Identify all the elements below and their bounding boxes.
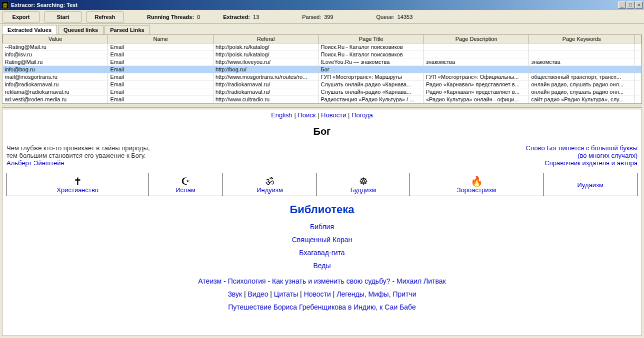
- cell-value: info@isv.ru: [3, 51, 108, 58]
- col-header[interactable]: Page Title: [318, 35, 424, 43]
- library-item-link[interactable]: Священный Коран: [292, 236, 352, 244]
- table-row[interactable]: info@bog.ruEmailhttp://bog.ru/Бог: [3, 66, 642, 73]
- refresh-button[interactable]: Refresh: [86, 11, 124, 22]
- cell-kw: онлайн радио, слушать радио онл...: [529, 88, 634, 96]
- religion-cell[interactable]: ✝Христианство: [7, 173, 148, 196]
- cell-referal: http://www.mosgortrans.ru/routes/ro...: [213, 73, 318, 81]
- link-english[interactable]: English: [271, 111, 292, 119]
- religions-table: ✝Христианство☪ИсламॐИндуизм☸Буддизм🔥Зоро…: [6, 173, 638, 196]
- religion-icon: 🔥: [412, 176, 542, 186]
- table-row[interactable]: info@isv.ruEmailhttp://poisk.ru/katalog/…: [3, 51, 642, 58]
- link-weather[interactable]: Погода: [352, 111, 373, 119]
- scroll-header: [634, 35, 641, 43]
- results-table[interactable]: ValueNameReferalPage TitlePage Descripti…: [2, 35, 642, 103]
- bottom-link[interactable]: Звук: [228, 290, 242, 298]
- link-news[interactable]: Новости: [321, 111, 346, 119]
- cell-value: Rating@Mail.ru: [3, 58, 108, 66]
- bottom-link[interactable]: Легенды, Мифы, Притчи: [336, 290, 416, 298]
- toolbar: Export Start Refresh Running Threads:0 E…: [0, 10, 644, 24]
- religion-icon: ✝: [9, 176, 146, 186]
- col-header[interactable]: Referal: [213, 35, 318, 43]
- preview-pane[interactable]: English | Поиск | Новости | Погода Бог Ч…: [2, 109, 642, 336]
- export-button[interactable]: Export: [2, 11, 40, 22]
- table-row[interactable]: --Rating@Mail.ruEmailhttp://poisk.ru/kat…: [3, 43, 642, 51]
- cell-kw: сайт радио «Радио Культура», слу...: [529, 96, 634, 103]
- religion-cell[interactable]: ☸Буддизм: [317, 173, 410, 196]
- bottom-row-2: Звук | Видео | Цитаты | Новости | Легенд…: [6, 290, 638, 298]
- cell-value: ad.vesti@roden-media.ru: [3, 96, 108, 103]
- cell-referal: http://poisk.ru/katalog/: [213, 51, 318, 58]
- extracted-status: Extracted:13: [223, 14, 259, 20]
- title-bar: @ Extracor: Searching: Test _ □ ×: [0, 0, 644, 10]
- cell-title: Радиостанция «Радио Культура» / ...: [318, 96, 424, 103]
- preview-heading: Бог: [6, 126, 638, 137]
- col-header[interactable]: Page Description: [424, 35, 528, 43]
- link-search[interactable]: Поиск: [298, 111, 316, 119]
- col-header[interactable]: Name: [108, 35, 213, 43]
- library-links: БиблияСвященный КоранБхагавад-гитаВеды: [6, 220, 638, 272]
- col-header[interactable]: Value: [3, 35, 108, 43]
- bottom-link[interactable]: Михаил Литвак: [396, 277, 446, 285]
- quote-right-link1[interactable]: Слово Бог пишется с большой буквы: [526, 144, 638, 152]
- religion-link[interactable]: Индуизм: [256, 186, 283, 194]
- religion-link[interactable]: Христианство: [56, 186, 98, 194]
- quote-author-link[interactable]: Альберт Эйнштейн: [6, 159, 64, 167]
- religion-link[interactable]: Иудаизм: [578, 181, 604, 189]
- cell-name: Email: [108, 51, 213, 58]
- cell-title: Бог: [318, 66, 424, 73]
- table-row[interactable]: reklama@radiokarnaval.ruEmailhttp://radi…: [3, 88, 642, 96]
- quote-right-link3[interactable]: Справочник издателя и автора: [544, 159, 638, 167]
- cell-desc: «Радио Культура» онлайн - офици...: [424, 96, 528, 103]
- cell-kw: [529, 51, 634, 58]
- cell-name: Email: [108, 88, 213, 96]
- cell-title: ГУП «Мосгортранс»: Маршруты: [318, 73, 424, 81]
- cell-title: Слушать онлайн-радио «Карнава...: [318, 81, 424, 88]
- splitter[interactable]: [2, 105, 642, 108]
- start-button[interactable]: Start: [44, 11, 82, 22]
- parsed-status: Parsed:399: [302, 14, 333, 20]
- religion-icon: ॐ: [225, 176, 315, 186]
- table-row[interactable]: info@radiokarnaval.ruEmailhttp://radioka…: [3, 81, 642, 88]
- religion-cell[interactable]: ॐИндуизм: [222, 173, 317, 196]
- library-item-link[interactable]: Веды: [313, 262, 330, 270]
- cell-value: info@radiokarnaval.ru: [3, 81, 108, 88]
- tab-queued-links[interactable]: Queued links: [58, 25, 104, 34]
- bottom-link[interactable]: Психология: [228, 277, 266, 285]
- cell-name: Email: [108, 73, 213, 81]
- tab-parsed-links[interactable]: Parsed Links: [104, 25, 150, 34]
- library-item-link[interactable]: Библия: [310, 223, 334, 231]
- bottom-link[interactable]: Новости: [304, 290, 331, 298]
- queue-status: Queue:14353: [376, 14, 413, 20]
- library-item-link[interactable]: Бхагавад-гита: [299, 249, 344, 257]
- table-row[interactable]: ad.vesti@roden-media.ruEmailhttp://www.c…: [3, 96, 642, 103]
- table-row[interactable]: Rating@Mail.ruEmailhttp://www.iloveyou.r…: [3, 58, 642, 66]
- cell-kw: [529, 43, 634, 51]
- quote-text: Чем глубже кто-то проникает в тайны прир…: [6, 144, 150, 167]
- bottom-link[interactable]: Видео: [248, 290, 268, 298]
- tab-extracted-values[interactable]: Extracted Values: [2, 25, 57, 34]
- religion-link[interactable]: Зороастризм: [457, 186, 496, 194]
- cell-kw: общественный транспорт, трансп...: [529, 73, 634, 81]
- religion-link[interactable]: Ислам: [176, 186, 196, 194]
- bottom-link[interactable]: Цитаты: [274, 290, 298, 298]
- cell-title: ILoveYou.Ru — знакомства: [318, 58, 424, 66]
- bottom-link[interactable]: Как узнать и изменить свою судьбу?: [272, 277, 390, 285]
- religion-icon: ☪: [150, 176, 220, 186]
- maximize-button[interactable]: □: [626, 1, 634, 8]
- quote-right-link2[interactable]: (во многих случаях): [578, 152, 638, 159]
- cell-desc: Радио «Карнавал» представляет в...: [424, 88, 528, 96]
- religion-cell[interactable]: ☪Ислам: [148, 173, 222, 196]
- bottom-row-3-link[interactable]: Путешествие Бориса Гребенщикова в Индию,…: [228, 303, 416, 311]
- cell-kw: онлайн радио, слушать радио онл...: [529, 81, 634, 88]
- religion-cell[interactable]: Иудаизм: [544, 173, 638, 196]
- religion-cell[interactable]: 🔥Зороастризм: [410, 173, 544, 196]
- col-header[interactable]: Page Keywords: [529, 35, 634, 43]
- cell-title: Поиск.Ru - Каталог поисковиков: [318, 51, 424, 58]
- bottom-link[interactable]: Атеизм: [198, 277, 222, 285]
- table-row[interactable]: mail@mosgortrans.ruEmailhttp://www.mosgo…: [3, 73, 642, 81]
- close-button[interactable]: ×: [635, 1, 643, 8]
- library-heading-link[interactable]: Библиотека: [290, 203, 354, 216]
- religion-link[interactable]: Буддизм: [350, 186, 376, 194]
- minimize-button[interactable]: _: [618, 1, 626, 8]
- cell-title: Слушать онлайн-радио «Карнава...: [318, 88, 424, 96]
